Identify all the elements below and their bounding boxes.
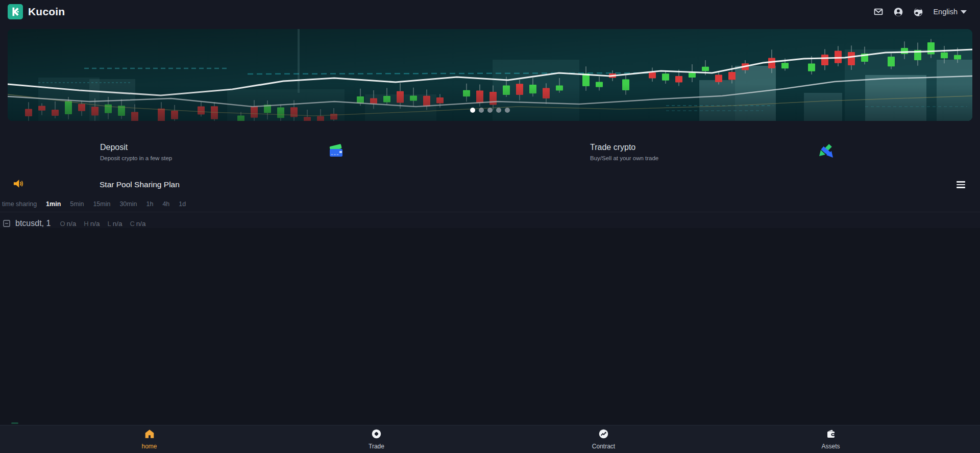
nav-item-home[interactable]: home <box>36 425 263 453</box>
timeframe-tabs: time sharing 1min 5min 15min 30min 1h 4h… <box>0 197 980 212</box>
tab-time-sharing[interactable]: time sharing <box>2 200 37 208</box>
nav-label-contract: Contract <box>592 443 615 450</box>
chevron-down-icon <box>961 10 967 14</box>
banner-chart-image <box>8 29 972 121</box>
menu-icon[interactable] <box>955 180 967 190</box>
tab-4h[interactable]: 4h <box>162 200 169 208</box>
carousel-dot[interactable] <box>496 108 501 113</box>
top-header: Kucoin English <box>0 0 980 23</box>
chart-canvas[interactable] <box>0 228 980 425</box>
bottom-nav: home Trade Contract Assets <box>0 425 980 453</box>
carousel-dot[interactable] <box>487 108 493 113</box>
chart-artifact <box>11 422 18 424</box>
assets-icon <box>825 429 837 441</box>
tab-15min[interactable]: 15min <box>93 200 110 208</box>
mail-icon[interactable] <box>873 7 884 17</box>
tab-1h[interactable]: 1h <box>146 200 153 208</box>
nav-item-assets[interactable]: Assets <box>717 425 944 453</box>
credit-card-icon <box>328 143 344 161</box>
high-field: H n/a <box>84 220 100 228</box>
globe-icon[interactable] <box>913 7 923 17</box>
carousel-dot[interactable] <box>505 108 510 113</box>
language-label: English <box>933 8 958 16</box>
header-actions: English <box>873 7 967 17</box>
nav-label-trade: Trade <box>369 443 384 450</box>
close-field: C n/a <box>130 220 145 228</box>
symbol-label: btcusdt, 1 <box>15 219 51 228</box>
low-field: L n/a <box>107 220 122 228</box>
nav-item-trade[interactable]: Trade <box>263 425 490 453</box>
deposit-subtitle: Deposit crypto in a few step <box>100 155 172 161</box>
trade-crypto-subtitle: Buy/Sell at your own trade <box>590 155 658 161</box>
tab-5min[interactable]: 5min <box>70 200 84 208</box>
speaker-icon <box>13 179 23 191</box>
collapse-icon[interactable] <box>3 220 10 227</box>
brand-title: Kucoin <box>28 6 65 18</box>
contract-icon <box>598 429 609 441</box>
kucoin-logo-icon[interactable] <box>8 4 23 19</box>
trade-crypto-card[interactable]: Trade crypto Buy/Sell at your own trade <box>490 137 980 167</box>
nav-label-home: home <box>141 443 157 450</box>
announcement-bar: Star Pool Sharing Plan <box>0 176 980 193</box>
swap-arrows-icon <box>818 143 834 161</box>
tab-1min[interactable]: 1min <box>46 200 61 208</box>
deposit-card[interactable]: Deposit Deposit crypto in a few step <box>0 137 490 167</box>
carousel-dots <box>470 108 510 113</box>
language-selector[interactable]: English <box>933 8 967 16</box>
announcement-title[interactable]: Star Pool Sharing Plan <box>100 180 180 189</box>
trade-icon <box>371 429 382 441</box>
nav-item-contract[interactable]: Contract <box>490 425 717 453</box>
open-field: O n/a <box>60 220 76 228</box>
carousel-dot[interactable] <box>479 108 484 113</box>
quick-actions-row: Deposit Deposit crypto in a few step Tra… <box>0 137 980 167</box>
home-icon <box>144 429 155 441</box>
nav-label-assets: Assets <box>821 443 840 450</box>
carousel-dot[interactable] <box>470 108 475 113</box>
banner-carousel[interactable] <box>8 29 972 121</box>
ohlc-values: O n/a H n/a L n/a C n/a <box>60 220 145 228</box>
tab-30min[interactable]: 30min <box>119 200 137 208</box>
profile-icon[interactable] <box>893 7 903 17</box>
tab-1d[interactable]: 1d <box>179 200 186 208</box>
deposit-title: Deposit <box>100 143 172 152</box>
trade-crypto-title: Trade crypto <box>590 143 658 152</box>
